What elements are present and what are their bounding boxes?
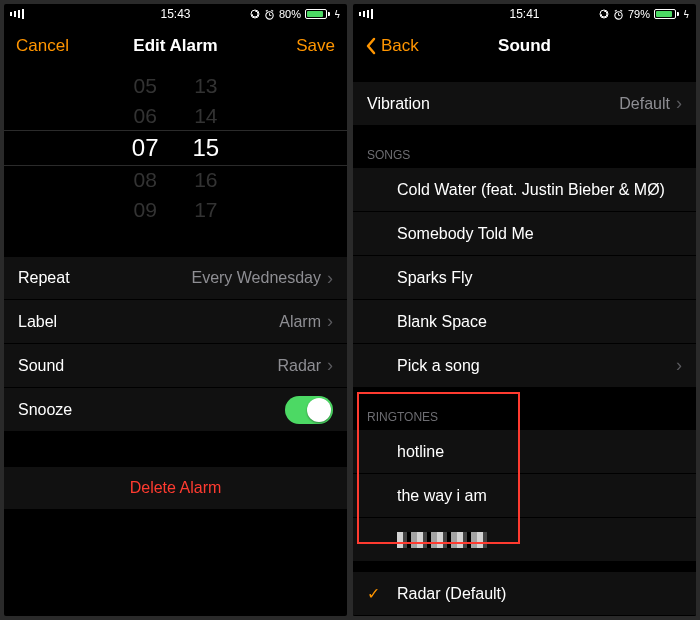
lock-icon	[599, 9, 609, 19]
ringtone-row-selected[interactable]: ✓ Radar (Default)	[353, 572, 696, 616]
delete-alarm-button[interactable]: Delete Alarm	[4, 466, 347, 510]
song-row[interactable]: Somebody Told Me	[353, 212, 696, 256]
label-row[interactable]: Label Alarm›	[4, 300, 347, 344]
sound-row[interactable]: Sound Radar›	[4, 344, 347, 388]
charging-icon: ϟ	[683, 9, 690, 20]
repeat-row[interactable]: Repeat Every Wednesday›	[4, 256, 347, 300]
minute-column[interactable]: 12 13 14 15 16 17 18	[193, 68, 220, 228]
vibration-value: Default	[619, 95, 670, 113]
status-bar: 15:43 80% ϟ	[4, 4, 347, 24]
nav-bar: Back Sound	[353, 24, 696, 68]
ringtone-row[interactable]	[353, 518, 696, 562]
sound-label: Sound	[18, 357, 64, 375]
redacted-text	[397, 532, 487, 548]
label-label: Label	[18, 313, 57, 331]
songs-header: SONGS	[353, 126, 696, 168]
hour-column[interactable]: 04 05 06 07 08 09 10	[132, 68, 159, 228]
snooze-row: Snooze	[4, 388, 347, 432]
battery-percent: 79%	[628, 8, 650, 20]
nav-bar: Cancel Edit Alarm Save	[4, 24, 347, 68]
chevron-right-icon: ›	[327, 355, 333, 376]
edit-alarm-screen: 15:43 80% ϟ Cancel Edit Alarm Save 04 05…	[4, 4, 347, 616]
save-button[interactable]: Save	[296, 36, 335, 56]
battery-icon	[305, 9, 330, 19]
sound-value: Radar	[277, 357, 321, 375]
svg-line-5	[271, 10, 273, 11]
snooze-label: Snooze	[18, 401, 72, 419]
alarm-icon	[613, 9, 624, 20]
svg-line-11	[620, 10, 622, 11]
chevron-right-icon: ›	[327, 311, 333, 332]
check-icon: ✓	[367, 584, 380, 603]
song-row[interactable]: Sparks Fly	[353, 256, 696, 300]
repeat-value: Every Wednesday	[191, 269, 321, 287]
chevron-left-icon	[365, 37, 377, 55]
vibration-label: Vibration	[367, 95, 430, 113]
chevron-right-icon: ›	[327, 268, 333, 289]
charging-icon: ϟ	[334, 9, 341, 20]
battery-percent: 80%	[279, 8, 301, 20]
svg-line-10	[615, 10, 617, 11]
vibration-row[interactable]: Vibration Default›	[353, 82, 696, 126]
pick-song-row[interactable]: Pick a song ›	[353, 344, 696, 388]
chevron-right-icon: ›	[676, 355, 682, 376]
cancel-button[interactable]: Cancel	[16, 36, 69, 56]
alarm-icon	[264, 9, 275, 20]
sound-screen: 15:41 79% ϟ Back Sound Vibration Def	[353, 4, 696, 616]
label-value: Alarm	[279, 313, 321, 331]
snooze-toggle[interactable]	[285, 396, 333, 424]
song-row[interactable]: Blank Space	[353, 300, 696, 344]
time-picker[interactable]: 04 05 06 07 08 09 10 12 13 14 15 16 17 1…	[4, 68, 347, 228]
repeat-label: Repeat	[18, 269, 70, 287]
ringtones-header: RINGTONES	[353, 388, 696, 430]
svg-line-4	[266, 10, 268, 11]
chevron-right-icon: ›	[676, 93, 682, 114]
lock-icon	[250, 9, 260, 19]
back-button[interactable]: Back	[365, 36, 419, 56]
ringtone-row[interactable]: the way i am	[353, 474, 696, 518]
status-bar: 15:41 79% ϟ	[353, 4, 696, 24]
ringtone-row[interactable]: hotline	[353, 430, 696, 474]
song-row[interactable]: Cold Water (feat. Justin Bieber & MØ)	[353, 168, 696, 212]
battery-icon	[654, 9, 679, 19]
